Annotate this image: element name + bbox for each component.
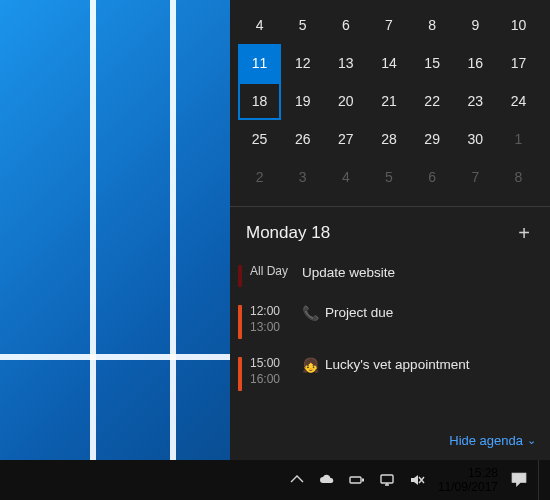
calendar-day[interactable]: 26 (281, 120, 324, 158)
calendar-day[interactable]: 28 (367, 120, 410, 158)
calendar-day[interactable]: 4 (324, 158, 367, 196)
calendar-day[interactable]: 15 (411, 44, 454, 82)
system-tray (288, 471, 430, 489)
calendar-day[interactable]: 3 (281, 158, 324, 196)
calendar-day[interactable]: 22 (411, 82, 454, 120)
taskbar: 15:28 11/09/2017 (0, 460, 550, 500)
agenda-event[interactable]: 15:00 16:00 👧 Lucky's vet appointment (238, 349, 540, 401)
event-time: All Day (250, 263, 302, 279)
calendar-day[interactable]: 11 (238, 44, 281, 82)
svg-rect-1 (362, 479, 364, 482)
girl-icon: 👧 (302, 356, 319, 374)
battery-icon[interactable] (348, 471, 366, 489)
event-time: 15:00 16:00 (250, 355, 302, 387)
agenda-event[interactable]: 12:00 13:00 📞 Project due (238, 297, 540, 349)
action-center-icon[interactable] (506, 467, 532, 493)
calendar-day[interactable]: 5 (281, 6, 324, 44)
calendar-day[interactable]: 6 (411, 158, 454, 196)
calendar-day[interactable]: 18 (238, 82, 281, 120)
calendar-day[interactable]: 25 (238, 120, 281, 158)
tray-overflow-icon[interactable] (288, 471, 306, 489)
agenda-event[interactable]: All Day Update website (238, 257, 540, 297)
calendar-day[interactable]: 8 (497, 158, 540, 196)
agenda-events: All Day Update website 12:00 13:00 📞 Pro… (230, 257, 550, 433)
calendar-day[interactable]: 7 (454, 158, 497, 196)
calendar-grid: 4567891011121314151617181920212223242526… (230, 0, 550, 204)
calendar-day[interactable]: 29 (411, 120, 454, 158)
calendar-day[interactable]: 23 (454, 82, 497, 120)
event-title: Update website (302, 263, 540, 282)
calendar-day[interactable]: 30 (454, 120, 497, 158)
svg-rect-2 (381, 475, 393, 483)
calendar-day[interactable]: 10 (497, 6, 540, 44)
calendar-day[interactable]: 14 (367, 44, 410, 82)
add-event-button[interactable]: + (512, 219, 536, 247)
network-icon[interactable] (378, 471, 396, 489)
event-title: 📞 Project due (302, 303, 540, 322)
agenda-title: Monday 18 (246, 223, 330, 243)
calendar-day[interactable]: 9 (454, 6, 497, 44)
event-title: 👧 Lucky's vet appointment (302, 355, 540, 374)
hide-agenda-link[interactable]: Hide agenda ⌄ (230, 433, 550, 460)
calendar-flyout: 4567891011121314151617181920212223242526… (230, 0, 550, 460)
event-time: 12:00 13:00 (250, 303, 302, 335)
calendar-day[interactable]: 20 (324, 82, 367, 120)
calendar-day[interactable]: 1 (497, 120, 540, 158)
calendar-day[interactable]: 24 (497, 82, 540, 120)
calendar-day[interactable]: 12 (281, 44, 324, 82)
show-desktop-button[interactable] (538, 460, 544, 500)
calendar-day[interactable]: 6 (324, 6, 367, 44)
calendar-day[interactable]: 16 (454, 44, 497, 82)
svg-rect-0 (350, 477, 361, 483)
calendar-day[interactable]: 13 (324, 44, 367, 82)
taskbar-clock[interactable]: 15:28 11/09/2017 (432, 466, 504, 494)
volume-muted-icon[interactable] (408, 471, 426, 489)
event-color-bar (238, 305, 242, 339)
calendar-day[interactable]: 8 (411, 6, 454, 44)
calendar-day[interactable]: 7 (367, 6, 410, 44)
calendar-day[interactable]: 2 (238, 158, 281, 196)
calendar-day[interactable]: 4 (238, 6, 281, 44)
agenda-header: Monday 18 + (230, 207, 550, 257)
chevron-down-icon: ⌄ (527, 434, 536, 447)
onedrive-icon[interactable] (318, 471, 336, 489)
calendar-day[interactable]: 5 (367, 158, 410, 196)
calendar-day[interactable]: 17 (497, 44, 540, 82)
calendar-day[interactable]: 27 (324, 120, 367, 158)
phone-icon: 📞 (302, 304, 319, 322)
event-color-bar (238, 357, 242, 391)
event-color-bar (238, 265, 242, 287)
calendar-day[interactable]: 19 (281, 82, 324, 120)
calendar-day[interactable]: 21 (367, 82, 410, 120)
